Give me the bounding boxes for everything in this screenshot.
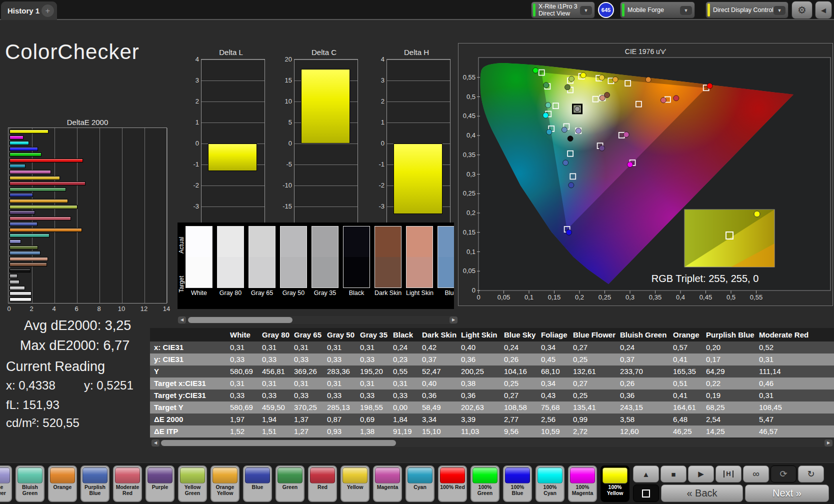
swatch-label: Blue xyxy=(438,290,454,296)
de-bar-row xyxy=(10,240,166,244)
table-cell: 459,50 xyxy=(258,402,290,414)
patch-button-bluish-green[interactable]: Bluish Green xyxy=(16,466,44,502)
pattern-size-button[interactable]: H xyxy=(716,466,742,482)
patch-button-yellow[interactable]: Yellow xyxy=(340,466,370,502)
add-tab-button[interactable]: + xyxy=(42,4,54,17)
patch-button-magenta[interactable]: Magenta xyxy=(373,466,402,502)
settings-button[interactable]: ⚙ xyxy=(792,1,812,19)
swatch-actual xyxy=(249,226,275,257)
table-cell: 0,31 xyxy=(226,342,258,354)
table-cell: 0,33 xyxy=(226,354,258,366)
patch-button-100-green[interactable]: 100% Green xyxy=(470,466,500,502)
pattern-window-button[interactable] xyxy=(633,484,659,502)
patch-button-100-red[interactable]: 100% Red xyxy=(438,466,467,502)
next-label: Next » xyxy=(772,488,802,499)
table-scrollbar[interactable]: ◀ ▶ xyxy=(151,439,833,447)
patch-label: Purplish Blue xyxy=(82,484,108,496)
gridline xyxy=(387,60,450,60)
table-cell: 370,25 xyxy=(290,402,323,414)
stop-button[interactable]: ■ xyxy=(660,466,686,482)
scroll-right-icon[interactable]: ▶ xyxy=(824,440,832,446)
table-cell: 0,27 xyxy=(569,378,616,390)
patch-button-orange-yellow[interactable]: Orange Yellow xyxy=(210,466,240,502)
redo-read-button[interactable]: ↻ xyxy=(798,466,824,482)
patch-label: Cyan xyxy=(408,484,432,490)
patch-label: 100% Red xyxy=(440,484,465,490)
patch-button-orange[interactable]: Orange xyxy=(48,466,77,502)
reading-cdm2: cd/m²: 520,55 xyxy=(6,416,80,430)
patch-color-chip xyxy=(212,468,238,484)
axis-tick-label: 0,45 xyxy=(700,294,712,301)
table-cell: 0,52 xyxy=(755,342,825,354)
table-cell: 0,25 xyxy=(569,390,616,402)
de-bar-row xyxy=(10,141,166,145)
table-cell: 3,34 xyxy=(418,414,457,426)
patch-button-100-yellow[interactable]: 100% Yellow xyxy=(600,466,630,502)
y-tick-label: 2 xyxy=(186,98,199,105)
measured-marker xyxy=(546,129,552,134)
chevron-up-icon: ▲ xyxy=(642,470,650,478)
x-tick-label: 8 xyxy=(97,305,100,312)
chevron-down-icon[interactable]: ▼ xyxy=(680,6,692,15)
patch-button-100-magenta[interactable]: 100% Magenta xyxy=(568,466,597,502)
patch-button-yellow-green[interactable]: Yellow Green xyxy=(178,466,207,502)
table-cell: 2,77 xyxy=(500,414,537,426)
patch-color-chip xyxy=(408,468,432,484)
table-cell: 2,56 xyxy=(537,414,569,426)
table-cell: 0,33 xyxy=(226,390,258,402)
display-control-dropdown[interactable]: Direct Display Control ▼ xyxy=(706,2,788,18)
scroll-right-icon[interactable]: ▶ xyxy=(450,316,458,324)
table-cell: 283,36 xyxy=(323,366,356,378)
delta-chart-delta-c: Delta C20151050-5-10-15-20 xyxy=(279,48,363,248)
continuous-read-button[interactable]: ⟳ xyxy=(770,466,796,482)
de-bar-cyan xyxy=(10,164,26,168)
scroll-up-button[interactable]: ▲ xyxy=(633,466,659,482)
swatch-row: WhiteGray 80Gray 65Gray 50Gray 35BlackDa… xyxy=(186,226,454,296)
tab-history-1[interactable]: History 1 + xyxy=(1,2,57,20)
swatch-gray-50: Gray 50 xyxy=(280,226,307,296)
swatch-scroll-thumb[interactable] xyxy=(188,317,292,323)
swatch-label: Light Skin xyxy=(406,290,433,296)
cie-diagram[interactable]: 00,050,10,150,20,250,30,350,40,450,50,55… xyxy=(458,44,832,306)
table-row: ΔE ITP1,521,511,270,931,3891,1915,1011,0… xyxy=(150,426,834,438)
de-bar-light-skin xyxy=(10,257,48,261)
table-scroll-thumb[interactable] xyxy=(161,440,396,446)
back-button[interactable]: « Back xyxy=(661,484,743,502)
patch-button-100-cyan[interactable]: 100% Cyan xyxy=(536,466,564,502)
swatch-scrollbar[interactable]: ◀ ▶ xyxy=(178,316,458,324)
swatch-actual xyxy=(406,226,432,257)
y-tick-label: 0 xyxy=(186,140,199,147)
patch-button-blue-flower[interactable]: Blue Flower xyxy=(0,466,12,502)
table-cell: 1,51 xyxy=(258,426,290,438)
play-button[interactable]: ▶ xyxy=(688,466,714,482)
patch-button-red[interactable]: Red xyxy=(308,466,337,502)
patch-button-moderate-red[interactable]: Moderate Red xyxy=(113,466,142,502)
patch-button-cyan[interactable]: Cyan xyxy=(406,466,434,502)
collapse-panel-button[interactable]: ◀ xyxy=(815,1,832,19)
patch-button-green[interactable]: Green xyxy=(276,466,304,502)
patch-button-100-blue[interactable]: 100% Blue xyxy=(503,466,532,502)
de-bar-row xyxy=(10,158,166,162)
patch-button-purplish-blue[interactable]: Purplish Blue xyxy=(80,466,110,502)
next-button[interactable]: Next » xyxy=(745,484,829,502)
meter-dropdown[interactable]: X-Rite i1Pro 3 Direct View ▼ xyxy=(531,2,595,18)
cie-zoom-inset xyxy=(684,210,774,267)
meter-status-stripe xyxy=(533,4,536,16)
table-cell: 68,10 xyxy=(537,366,569,378)
swatch-patches xyxy=(343,226,370,288)
axis-tick-label: 0,2 xyxy=(466,209,476,216)
patch-button-blue[interactable]: Blue xyxy=(243,466,272,502)
measured-marker xyxy=(533,68,538,73)
tab-label: History 1 xyxy=(1,6,40,15)
table-cell: 1,84 xyxy=(389,414,418,426)
table-cell: 195,20 xyxy=(356,366,389,378)
scroll-left-icon[interactable]: ◀ xyxy=(152,440,160,446)
chevron-down-icon[interactable]: ▼ xyxy=(774,6,786,15)
scroll-left-icon[interactable]: ◀ xyxy=(178,316,186,324)
loop-button[interactable]: ∞ xyxy=(743,466,769,482)
chevron-down-icon[interactable]: ▼ xyxy=(580,6,592,15)
measured-marker xyxy=(544,82,549,88)
patch-label: 100% Yellow xyxy=(602,484,628,496)
patch-button-purple[interactable]: Purple xyxy=(146,466,174,502)
pattern-source-dropdown[interactable]: Mobile Forge ▼ xyxy=(620,2,695,18)
